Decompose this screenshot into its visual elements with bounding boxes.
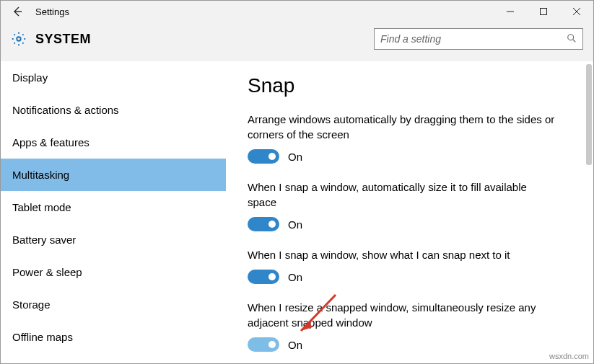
- option-row: When I snap a window, show what I can sn…: [248, 247, 572, 284]
- sidebar-item-label: Display: [12, 71, 48, 84]
- sidebar-item-battery[interactable]: Battery saver: [1, 223, 226, 256]
- section-heading-snap: Snap: [248, 74, 572, 97]
- page-title: SYSTEM: [35, 32, 91, 47]
- minimize-button[interactable]: [494, 1, 527, 22]
- toggle-state-label: On: [288, 151, 302, 163]
- option-row: When I resize a snapped window, simultan…: [248, 300, 572, 352]
- option-label: When I snap a window, automatically size…: [248, 179, 558, 210]
- back-button[interactable]: [6, 1, 28, 22]
- window-buttons: [494, 1, 593, 22]
- sidebar-item-display[interactable]: Display: [1, 61, 226, 94]
- search-input[interactable]: Find a setting: [374, 28, 583, 50]
- gear-icon: [11, 31, 27, 47]
- option-label: Arrange windows automatically by draggin…: [248, 112, 558, 142]
- toggle-state-label: On: [288, 271, 302, 283]
- sidebar-item-notifications[interactable]: Notifications & actions: [1, 94, 226, 126]
- toggle-switch[interactable]: [248, 337, 279, 352]
- header-bar: SYSTEM Find a setting: [1, 22, 593, 61]
- sidebar-item-tablet[interactable]: Tablet mode: [1, 191, 226, 223]
- sidebar-item-label: Offline maps: [12, 331, 73, 343]
- sidebar-item-storage[interactable]: Storage: [1, 288, 226, 321]
- maximize-button[interactable]: [527, 1, 560, 22]
- toggle-switch[interactable]: [248, 217, 279, 231]
- sidebar-item-label: Tablet mode: [12, 201, 71, 213]
- sidebar: Display Notifications & actions Apps & f…: [1, 61, 226, 364]
- svg-point-4: [17, 37, 21, 41]
- svg-line-6: [573, 39, 576, 42]
- svg-point-5: [568, 34, 574, 40]
- sidebar-item-power[interactable]: Power & sleep: [1, 256, 226, 288]
- option-row: When I snap a window, automatically size…: [248, 179, 572, 231]
- sidebar-item-label: Storage: [12, 298, 51, 311]
- sidebar-item-label: Multitasking: [12, 169, 69, 181]
- option-row: Arrange windows automatically by draggin…: [248, 112, 572, 164]
- search-icon: [567, 33, 577, 45]
- sidebar-item-label: Notifications & actions: [12, 104, 119, 116]
- sidebar-item-apps[interactable]: Apps & features: [1, 126, 226, 159]
- sidebar-item-label: Apps & features: [12, 136, 89, 148]
- toggle-state-label: On: [288, 218, 302, 231]
- sidebar-item-label: Battery saver: [12, 234, 76, 246]
- toggle-switch[interactable]: [248, 149, 279, 164]
- toggle-state-label: On: [288, 339, 302, 351]
- option-label: When I snap a window, show what I can sn…: [248, 247, 558, 262]
- close-button[interactable]: [560, 1, 593, 22]
- window-title: Settings: [35, 6, 69, 17]
- sidebar-item-offline-maps[interactable]: Offline maps: [1, 321, 226, 353]
- svg-rect-1: [541, 9, 547, 15]
- scrollbar-thumb[interactable]: [586, 64, 592, 165]
- content-pane: Snap Arrange windows automatically by dr…: [226, 61, 593, 364]
- toggle-switch[interactable]: [248, 270, 279, 284]
- option-label: When I resize a snapped window, simultan…: [248, 300, 558, 330]
- sidebar-item-multitasking[interactable]: Multitasking: [1, 159, 226, 191]
- search-placeholder: Find a setting: [380, 33, 441, 45]
- title-bar: Settings: [1, 1, 593, 22]
- sidebar-item-label: Power & sleep: [12, 266, 82, 278]
- watermark: wsxdn.com: [549, 352, 589, 360]
